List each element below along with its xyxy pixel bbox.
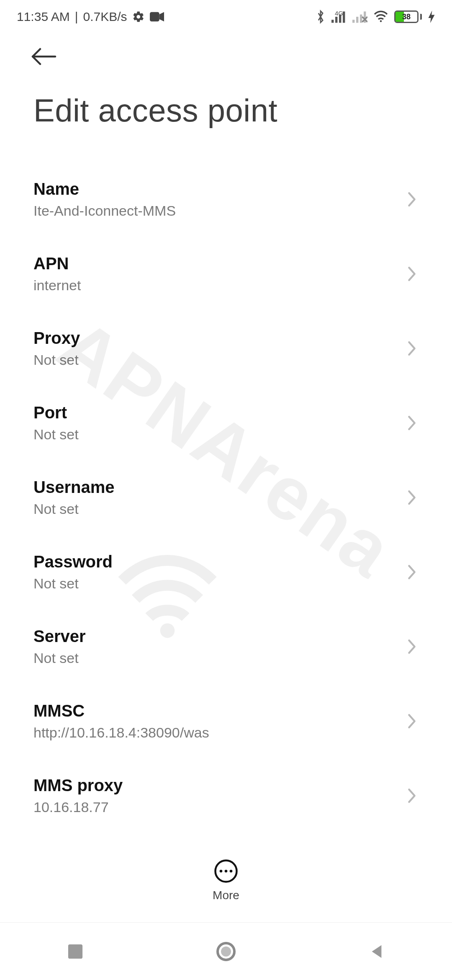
- field-label-name: Name: [33, 180, 176, 199]
- triangle-left-icon: [369, 944, 385, 959]
- field-label-proxy: Proxy: [33, 329, 80, 348]
- svg-point-16: [230, 870, 233, 873]
- signal-sim1-icon: 4G: [331, 10, 347, 23]
- field-value-server: Not set: [33, 650, 86, 666]
- svg-rect-6: [356, 17, 358, 23]
- status-time: 11:35 AM: [17, 10, 70, 24]
- field-label-port: Port: [33, 403, 79, 422]
- field-label-mms_proxy: MMS proxy: [33, 776, 123, 795]
- square-icon: [67, 944, 83, 959]
- svg-rect-1: [331, 20, 334, 23]
- chevron-right-icon: [405, 263, 419, 284]
- wifi-icon: [373, 10, 388, 23]
- arrow-left-icon: [31, 47, 56, 66]
- svg-point-19: [221, 946, 231, 957]
- more-horizontal-icon: [213, 859, 239, 884]
- field-label-password: Password: [33, 552, 113, 571]
- field-value-name: Ite-And-Iconnect-MMS: [33, 203, 176, 219]
- chevron-right-icon: [405, 487, 419, 508]
- field-row-apn[interactable]: APNinternet: [33, 237, 419, 311]
- nav-home-button[interactable]: [209, 935, 243, 968]
- svg-point-14: [220, 870, 223, 873]
- field-row-name[interactable]: NameIte-And-Iconnect-MMS: [33, 162, 419, 237]
- chevron-right-icon: [405, 413, 419, 433]
- signal-sim2-icon: [352, 10, 367, 23]
- field-label-username: Username: [33, 478, 114, 497]
- back-button[interactable]: [29, 42, 59, 71]
- nav-back-button[interactable]: [360, 935, 393, 968]
- field-value-proxy: Not set: [33, 352, 80, 368]
- chevron-right-icon: [405, 338, 419, 359]
- battery-percent: 38: [396, 13, 417, 21]
- status-bar: 11:35 AM | 0.7KB/s 4G: [0, 0, 452, 34]
- chevron-right-icon: [405, 189, 419, 210]
- circle-icon: [216, 941, 236, 962]
- status-net-speed: 0.7KB/s: [83, 10, 127, 24]
- chevron-right-icon: [405, 636, 419, 657]
- field-row-username[interactable]: UsernameNot set: [33, 460, 419, 535]
- field-value-port: Not set: [33, 426, 79, 443]
- svg-rect-5: [352, 20, 354, 23]
- settings-list: NameIte-And-Iconnect-MMSAPNinternetProxy…: [0, 162, 452, 833]
- chevron-right-icon: [405, 562, 419, 583]
- more-button[interactable]: More: [213, 859, 239, 902]
- field-label-server: Server: [33, 627, 86, 646]
- field-value-mmsc: http://10.16.18.4:38090/was: [33, 725, 209, 741]
- svg-rect-17: [68, 944, 82, 958]
- svg-rect-2: [335, 17, 337, 23]
- battery-indicator: 38: [394, 10, 422, 23]
- more-label: More: [213, 889, 239, 902]
- field-value-password: Not set: [33, 575, 113, 592]
- field-label-mmsc: MMSC: [33, 701, 209, 720]
- field-label-apn: APN: [33, 254, 81, 273]
- nav-recents-button[interactable]: [59, 935, 92, 968]
- gear-icon: [132, 10, 145, 23]
- bottom-action-bar: More: [0, 838, 452, 922]
- field-row-port[interactable]: PortNot set: [33, 386, 419, 460]
- field-row-mms_proxy[interactable]: MMS proxy10.16.18.77: [33, 758, 419, 833]
- charging-bolt-icon: [428, 10, 435, 23]
- svg-point-11: [380, 20, 382, 22]
- chevron-right-icon: [405, 785, 419, 806]
- bluetooth-icon: [316, 10, 326, 24]
- video-camera-icon: [150, 12, 164, 22]
- field-row-password[interactable]: PasswordNot set: [33, 535, 419, 609]
- page-title: Edit access point: [0, 71, 452, 162]
- network-type-label: 4G: [335, 10, 343, 17]
- field-row-mmsc[interactable]: MMSChttp://10.16.18.4:38090/was: [33, 684, 419, 758]
- field-value-mms_proxy: 10.16.18.77: [33, 799, 123, 815]
- svg-point-15: [225, 870, 228, 873]
- svg-rect-0: [150, 12, 159, 22]
- field-row-proxy[interactable]: ProxyNot set: [33, 311, 419, 386]
- chevron-right-icon: [405, 711, 419, 732]
- status-sep: |: [75, 10, 78, 24]
- field-value-apn: internet: [33, 277, 81, 294]
- field-row-server[interactable]: ServerNot set: [33, 609, 419, 684]
- field-value-username: Not set: [33, 501, 114, 517]
- system-nav-bar: [0, 922, 452, 980]
